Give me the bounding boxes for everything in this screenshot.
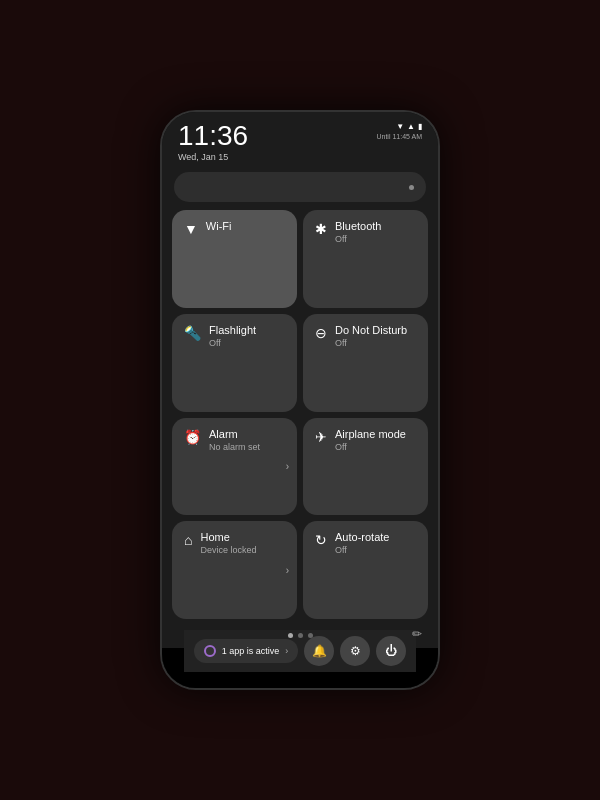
- status-icons: ▼ ▲ ▮: [396, 122, 422, 131]
- flashlight-tile-text: Flashlight Off: [209, 324, 256, 348]
- pagination-dots: [288, 625, 313, 642]
- search-bar[interactable]: [174, 172, 426, 202]
- time-date: 11:36 Wed, Jan 15: [178, 122, 248, 162]
- flashlight-title: Flashlight: [209, 324, 256, 337]
- alarm-title: Alarm: [209, 428, 260, 441]
- alarm-subtitle: No alarm set: [209, 442, 260, 452]
- alarm-chevron-icon: ›: [286, 461, 289, 472]
- pagination-dot-2: [298, 633, 303, 638]
- flashlight-tile[interactable]: 🔦 Flashlight Off: [172, 314, 297, 412]
- wifi-title: Wi-Fi: [206, 220, 232, 233]
- airplane-subtitle: Off: [335, 442, 406, 452]
- pagination-dot-3: [308, 633, 313, 638]
- battery-icon: ▮: [418, 122, 422, 131]
- wifi-signal-icon: ▼: [396, 122, 404, 131]
- autorotate-subtitle: Off: [335, 545, 389, 555]
- flashlight-icon: 🔦: [184, 325, 201, 341]
- home-tile-text: Home Device locked: [200, 531, 256, 555]
- alarm-icon: ⏰: [184, 429, 201, 445]
- mobile-signal-icon: ▲: [407, 122, 415, 131]
- bluetooth-tile[interactable]: ✱ Bluetooth Off: [303, 210, 428, 308]
- dnd-subtitle: Off: [335, 338, 407, 348]
- dnd-title: Do Not Disturb: [335, 324, 407, 337]
- until-text: Until 11:45 AM: [376, 133, 422, 140]
- autorotate-tile[interactable]: ↻ Auto-rotate Off: [303, 521, 428, 619]
- pagination-row: ✏: [162, 619, 438, 648]
- airplane-icon: ✈: [315, 429, 327, 445]
- autorotate-title: Auto-rotate: [335, 531, 389, 544]
- flashlight-subtitle: Off: [209, 338, 256, 348]
- alarm-tile-text: Alarm No alarm set: [209, 428, 260, 452]
- status-right: ▼ ▲ ▮ Until 11:45 AM: [376, 122, 422, 140]
- bluetooth-subtitle: Off: [335, 234, 381, 244]
- quick-tiles-grid: ▼ Wi-Fi ✱ Bluetooth Off 🔦 Flashlight Off: [162, 210, 438, 619]
- home-chevron-icon: ›: [286, 565, 289, 576]
- dnd-icon: ⊖: [315, 325, 327, 341]
- bluetooth-tile-text: Bluetooth Off: [335, 220, 381, 244]
- autorotate-tile-text: Auto-rotate Off: [335, 531, 389, 555]
- wifi-tile[interactable]: ▼ Wi-Fi: [172, 210, 297, 308]
- wifi-icon: ▼: [184, 221, 198, 237]
- search-dot: [409, 185, 414, 190]
- dnd-tile-text: Do Not Disturb Off: [335, 324, 407, 348]
- wifi-tile-text: Wi-Fi: [206, 220, 232, 233]
- dnd-tile[interactable]: ⊖ Do Not Disturb Off: [303, 314, 428, 412]
- black-bottom: 1 app is active › 🔔 ⚙ ⏻: [162, 648, 438, 688]
- phone-frame: 11:36 Wed, Jan 15 ▼ ▲ ▮ Until 11:45 AM ▼: [160, 110, 440, 690]
- bluetooth-title: Bluetooth: [335, 220, 381, 233]
- edit-icon[interactable]: ✏: [412, 627, 422, 641]
- autorotate-icon: ↻: [315, 532, 327, 548]
- airplane-tile[interactable]: ✈ Airplane mode Off: [303, 418, 428, 516]
- airplane-title: Airplane mode: [335, 428, 406, 441]
- bluetooth-icon: ✱: [315, 221, 327, 237]
- airplane-tile-text: Airplane mode Off: [335, 428, 406, 452]
- screen: 11:36 Wed, Jan 15 ▼ ▲ ▮ Until 11:45 AM ▼: [162, 112, 438, 688]
- alarm-tile[interactable]: ⏰ Alarm No alarm set ›: [172, 418, 297, 516]
- clock: 11:36: [178, 122, 248, 150]
- home-title: Home: [200, 531, 256, 544]
- home-icon: ⌂: [184, 532, 192, 548]
- status-bar: 11:36 Wed, Jan 15 ▼ ▲ ▮ Until 11:45 AM: [162, 112, 438, 166]
- home-tile[interactable]: ⌂ Home Device locked ›: [172, 521, 297, 619]
- date: Wed, Jan 15: [178, 152, 248, 162]
- pagination-dot-1: [288, 633, 293, 638]
- home-subtitle: Device locked: [200, 545, 256, 555]
